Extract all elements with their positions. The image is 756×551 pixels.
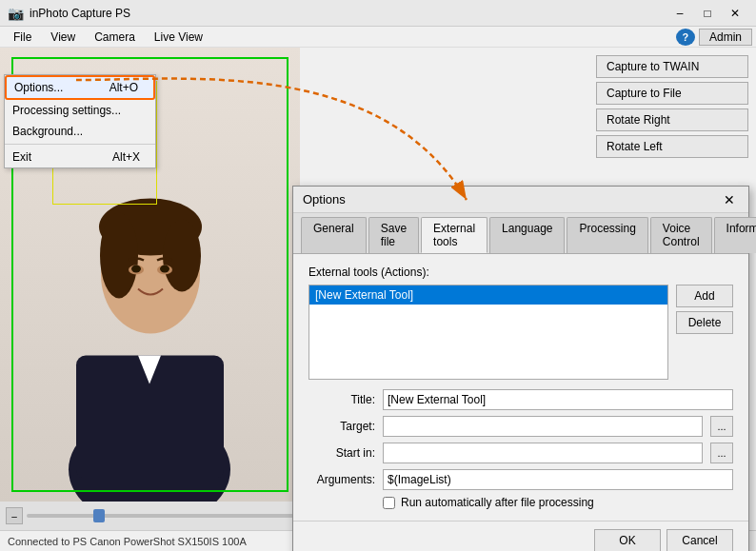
target-label: Target: (308, 420, 375, 433)
arguments-label: Arguments: (308, 473, 375, 486)
cancel-button[interactable]: Cancel (666, 529, 733, 551)
dialog-title-bar: Options ✕ (293, 187, 748, 213)
dialog-content: External tools (Actions): [New External … (293, 254, 748, 521)
startin-input[interactable] (383, 443, 703, 463)
checkbox-row: Run automatically after file processing (383, 496, 733, 509)
startin-label: Start in: (308, 446, 375, 460)
arguments-input[interactable] (383, 469, 733, 490)
tab-informant[interactable]: Informant (714, 217, 756, 253)
tab-externaltools[interactable]: External tools (421, 217, 487, 253)
tools-list[interactable]: [New External Tool] (308, 285, 668, 380)
add-button[interactable]: Add (676, 285, 733, 307)
target-input[interactable] (383, 416, 703, 437)
tab-language[interactable]: Language (489, 217, 565, 253)
tools-list-item[interactable]: [New External Tool] (309, 285, 667, 305)
form-row-startin: Start in: ... (308, 443, 733, 463)
dialog-title-text: Options (303, 192, 346, 207)
form-row-arguments: Arguments: (308, 469, 733, 490)
tools-list-container: [New External Tool] Add Delete (308, 285, 733, 380)
tab-savefile[interactable]: Save file (368, 217, 419, 253)
tools-buttons: Add Delete (676, 285, 733, 380)
section-label: External tools (Actions): (308, 266, 733, 279)
tab-bar: General Save file External tools Languag… (293, 213, 748, 254)
options-dialog: Options ✕ General Save file External too… (292, 186, 749, 551)
dialog-close-button[interactable]: ✕ (720, 190, 739, 209)
delete-button[interactable]: Delete (676, 311, 733, 334)
title-input[interactable] (383, 389, 733, 410)
startin-browse-button[interactable]: ... (710, 443, 733, 463)
dialog-footer: OK Cancel (293, 521, 748, 551)
tab-processing[interactable]: Processing (567, 217, 647, 253)
form-row-target: Target: ... (308, 416, 733, 437)
autorun-label: Run automatically after file processing (401, 496, 594, 509)
target-browse-button[interactable]: ... (710, 416, 733, 437)
ok-button[interactable]: OK (594, 529, 661, 551)
tab-general[interactable]: General (301, 217, 367, 253)
tab-voicecontrol[interactable]: Voice Control (650, 217, 712, 253)
autorun-checkbox[interactable] (383, 497, 395, 509)
title-label: Title: (308, 393, 375, 406)
form-row-title: Title: (308, 389, 733, 410)
dialog-overlay: Options ✕ General Save file External too… (0, 0, 756, 551)
